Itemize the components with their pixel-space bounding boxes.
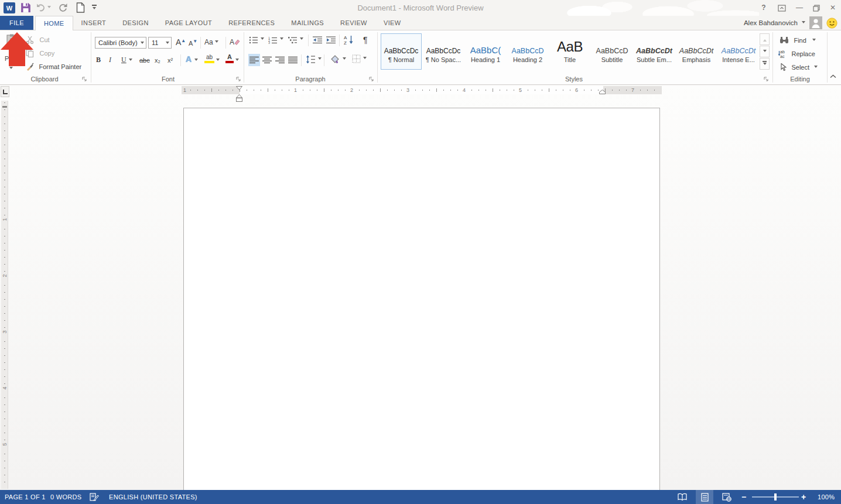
styles-gallery-more-button[interactable] [760,58,770,70]
underline-dropdown-icon[interactable] [129,59,132,63]
hanging-indent-marker[interactable] [236,94,242,102]
redo-button[interactable] [58,3,68,12]
first-line-indent-marker[interactable] [236,86,242,90]
font-family-combo[interactable]: Calibri (Body) [95,37,146,49]
multilevel-list-button[interactable] [288,36,303,46]
tab-home[interactable]: HOME [35,16,73,30]
qat-customize-button[interactable] [92,5,97,11]
style-card-heading1[interactable]: AaBbC( Heading 1 [465,33,506,70]
justify-button[interactable] [287,54,299,66]
save-button[interactable] [20,2,31,13]
style-card-subtitle[interactable]: AaBbCcD Subtitle [592,33,633,70]
zoom-slider[interactable] [752,496,799,498]
style-card-emphasis[interactable]: AaBbCcDt Emphasis [676,33,717,70]
account-area[interactable]: Alex Bahdanovich [744,16,837,30]
replace-button[interactable]: abac Replace [778,48,815,59]
tab-references[interactable]: REFERENCES [220,16,283,30]
horizontal-ruler[interactable]: 1 1 2 3 4 5 6 7 [182,86,662,94]
account-name[interactable]: Alex Bahdanovich [744,19,798,26]
collapse-ribbon-button[interactable] [828,72,837,80]
ribbon-display-options-button[interactable] [777,3,787,13]
language-status[interactable]: ENGLISH (UNITED STATES) [109,490,197,504]
tab-design[interactable]: DESIGN [114,16,157,30]
tab-stop-selector[interactable] [1,86,9,97]
change-case-button[interactable]: Aa [204,36,218,48]
copy-button[interactable]: Copy [26,47,89,58]
borders-button[interactable] [352,54,367,66]
styles-scroll-up-button[interactable] [760,33,770,45]
bullets-button[interactable] [249,36,264,46]
subscript-button[interactable]: x₂ [155,54,160,66]
tab-mailings[interactable]: MAILINGS [283,16,332,30]
feedback-smiley-icon[interactable] [826,18,837,29]
align-right-button[interactable] [274,54,286,66]
align-left-button[interactable] [248,54,260,66]
highlight-dropdown-icon[interactable] [216,59,220,63]
clipboard-dialog-launcher[interactable] [82,77,88,83]
styles-dialog-launcher[interactable] [764,77,770,83]
style-card-subtle-emphasis[interactable]: AaBbCcDt Subtle Em... [634,33,675,70]
superscript-button[interactable]: x² [167,54,173,66]
help-button[interactable]: ? [758,3,769,13]
line-spacing-button[interactable] [306,55,322,66]
numbering-button[interactable]: 123 [268,36,283,46]
bold-button[interactable]: B [96,54,101,66]
tab-file[interactable]: FILE [0,16,33,30]
decrease-indent-button[interactable] [313,36,323,46]
style-card-no-spacing[interactable]: AaBbCcDc ¶ No Spac... [423,33,464,70]
vertical-ruler[interactable]: 1 2 3 4 5 [1,101,8,489]
italic-button[interactable]: I [109,54,111,66]
right-indent-marker[interactable] [599,90,606,94]
style-card-heading2[interactable]: AaBbCcD Heading 2 [507,33,548,70]
undo-button[interactable] [36,3,51,12]
read-mode-button[interactable] [674,490,691,504]
paragraph-dialog-launcher[interactable] [369,77,375,83]
minimize-button[interactable]: — [794,3,805,13]
document-page[interactable] [183,108,660,490]
font-color-button[interactable]: A [225,53,234,63]
zoom-out-button[interactable]: − [741,490,746,504]
restore-button[interactable] [811,3,822,13]
align-center-button[interactable] [261,54,273,66]
proofing-status-button[interactable] [90,493,99,503]
print-layout-button[interactable] [696,490,713,504]
font-color-dropdown-icon[interactable] [235,59,239,63]
shading-button[interactable] [330,54,346,66]
page-count[interactable]: PAGE 1 OF 1 [5,490,46,504]
underline-button[interactable]: U [121,54,127,66]
word-count[interactable]: 0 WORDS [50,490,81,504]
text-effects-dropdown-icon[interactable] [194,59,198,63]
style-card-intense-emphasis[interactable]: AaBbCcDt Intense E... [718,33,759,70]
close-button[interactable]: ✕ [828,3,838,13]
style-card-normal[interactable]: AaBbCcDc ¶ Normal [381,33,422,70]
top-margin-marker[interactable] [2,106,7,108]
paste-dropdown-icon[interactable] [9,67,13,71]
grow-font-button[interactable]: A▲ [176,36,181,48]
cut-button[interactable]: Cut [26,34,89,44]
account-dropdown-icon[interactable] [802,21,805,25]
tab-view[interactable]: VIEW [375,16,409,30]
tab-review[interactable]: REVIEW [332,16,375,30]
highlight-button[interactable]: ab [204,54,214,63]
show-formatting-marks-button[interactable]: ¶ [363,34,368,46]
zoom-in-button[interactable]: + [801,490,806,504]
font-size-combo[interactable]: 11 [148,37,172,49]
zoom-slider-thumb[interactable] [774,493,777,500]
zoom-percentage[interactable]: 100% [818,490,835,504]
clear-formatting-button[interactable]: A [230,37,240,49]
tab-insert[interactable]: INSERT [73,16,115,30]
format-painter-button[interactable]: Format Painter [26,61,91,71]
text-effects-button[interactable]: A [186,53,192,65]
style-card-title[interactable]: AaB Title [549,33,590,70]
sort-button[interactable]: AZ [344,35,354,47]
new-document-button[interactable] [76,2,85,13]
font-dialog-launcher[interactable] [236,77,242,83]
web-layout-button[interactable] [718,490,736,504]
avatar-icon[interactable] [809,16,822,29]
strikethrough-button[interactable]: abc [139,54,150,66]
tab-page-layout[interactable]: PAGE LAYOUT [157,16,220,30]
select-button[interactable]: Select [780,61,818,72]
shrink-font-button[interactable]: A▼ [189,37,193,49]
styles-scroll-down-button[interactable] [760,46,770,57]
increase-indent-button[interactable] [326,36,336,46]
